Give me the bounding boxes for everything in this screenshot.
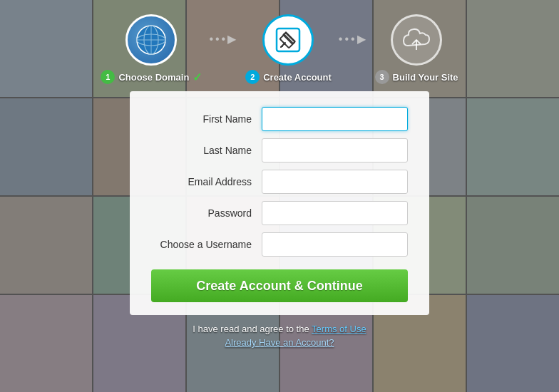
cloud-icon xyxy=(401,24,432,56)
overlay: 1 Choose Domain ✓ •••▶ 2 xyxy=(0,0,559,392)
step-2-num: 2 xyxy=(245,70,260,84)
edit-icon xyxy=(275,27,301,53)
first-name-row: First Name xyxy=(151,107,408,131)
arrow-1-2: •••▶ xyxy=(209,32,238,67)
step-3-num: 3 xyxy=(375,70,389,84)
password-label: Password xyxy=(151,207,262,219)
step-2-text: Create Account xyxy=(263,72,332,83)
step-3-icon xyxy=(391,14,442,66)
last-name-input[interactable] xyxy=(262,138,408,163)
footer-links: I have read and agree to the Terms of Us… xyxy=(193,324,366,348)
globe-icon xyxy=(135,24,167,56)
step-1-label: 1 Choose Domain ✓ xyxy=(101,70,202,84)
password-row: Password xyxy=(151,201,408,225)
already-account-link[interactable]: Already Have an Account? xyxy=(193,337,366,348)
step-2-icon xyxy=(262,14,314,66)
form-card: First Name Last Name Email Address Passw… xyxy=(130,91,429,315)
steps-bar: 1 Choose Domain ✓ •••▶ 2 xyxy=(0,0,559,84)
step-3: 3 Build Your Site xyxy=(375,14,458,84)
username-input[interactable] xyxy=(262,232,408,257)
step-3-label: 3 Build Your Site xyxy=(375,70,458,84)
step-2-label: 2 Create Account xyxy=(245,70,332,84)
arrow-2-3: •••▶ xyxy=(339,32,368,67)
password-input[interactable] xyxy=(262,201,408,225)
username-row: Choose a Username xyxy=(151,232,408,257)
email-label: Email Address xyxy=(151,176,262,187)
submit-button[interactable]: Create Account & Continue xyxy=(151,269,408,302)
step-1-check: ✓ xyxy=(193,71,202,84)
tos-prefix: I have read and agree to the xyxy=(193,324,312,334)
step-1: 1 Choose Domain ✓ xyxy=(101,14,202,84)
step-2: 2 Create Account xyxy=(245,14,332,84)
last-name-row: Last Name xyxy=(151,138,408,163)
first-name-input[interactable] xyxy=(262,107,408,131)
username-label: Choose a Username xyxy=(151,239,262,250)
step-1-text: Choose Domain xyxy=(118,72,189,83)
step-3-text: Build Your Site xyxy=(393,72,458,83)
tos-link[interactable]: Terms of Use xyxy=(312,324,366,334)
email-input[interactable] xyxy=(262,170,408,194)
step-1-icon xyxy=(125,14,177,66)
step-1-num: 1 xyxy=(101,70,115,84)
email-row: Email Address xyxy=(151,170,408,194)
last-name-label: Last Name xyxy=(151,145,262,156)
first-name-label: First Name xyxy=(151,113,262,125)
